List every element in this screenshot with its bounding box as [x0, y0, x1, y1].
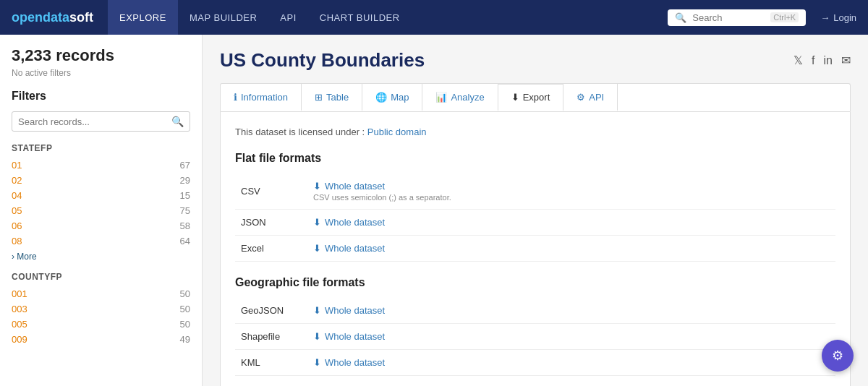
- brand-suffix: soft: [69, 10, 93, 25]
- flat-formats-table: CSV ⬇ Whole dataset CSV uses semicolon (…: [235, 173, 835, 262]
- filter-countyfp-001[interactable]: 001 50: [12, 286, 190, 301]
- download-icon: ⬇: [313, 181, 321, 192]
- linkedin-icon[interactable]: in: [824, 54, 833, 67]
- tab-analyze[interactable]: 📊 Analyze: [422, 84, 498, 111]
- filter-value[interactable]: 05: [12, 205, 22, 216]
- brand-logo: opendatasoft: [12, 10, 93, 25]
- api-icon: ⚙: [576, 92, 585, 103]
- license-text: This dataset is licensed under :: [235, 126, 365, 137]
- geo-formats-title: Geographic file formats: [235, 276, 835, 289]
- filter-countyfp-009[interactable]: 009 49: [12, 332, 190, 347]
- tab-export[interactable]: ⬇ Export: [498, 83, 564, 111]
- filter-value[interactable]: 001: [12, 288, 27, 299]
- tab-information-label: Information: [241, 92, 288, 103]
- nav-map-builder[interactable]: MAP BUILDER: [178, 0, 268, 35]
- filter-value[interactable]: 02: [12, 175, 22, 186]
- facebook-icon[interactable]: f: [812, 54, 814, 67]
- filter-statefp-01[interactable]: 01 67: [12, 158, 190, 173]
- excel-whole-dataset-link[interactable]: ⬇ Whole dataset: [313, 243, 830, 254]
- filter-statefp-05[interactable]: 05 75: [12, 203, 190, 218]
- tab-api[interactable]: ⚙ API: [563, 84, 618, 111]
- fab-icon: ⚙: [832, 348, 843, 364]
- filter-value[interactable]: 04: [12, 190, 22, 201]
- flat-formats-title: Flat file formats: [235, 152, 835, 165]
- filter-statefp-06[interactable]: 06 58: [12, 218, 190, 233]
- record-count: 3,233 records: [12, 46, 190, 65]
- tab-information[interactable]: ℹ Information: [221, 84, 302, 111]
- filters-title: Filters: [12, 90, 190, 103]
- nav-chart-builder[interactable]: CHART BUILDER: [308, 0, 412, 35]
- fab-button[interactable]: ⚙: [822, 340, 854, 372]
- filter-value[interactable]: 003: [12, 304, 27, 314]
- filter-count: 75: [180, 205, 190, 216]
- json-whole-dataset-link[interactable]: ⬇ Whole dataset: [313, 217, 830, 228]
- filter-count: 49: [180, 334, 190, 345]
- geojson-whole-dataset-link[interactable]: ⬇ Whole dataset: [313, 305, 830, 316]
- statefp-more-link[interactable]: › More: [12, 252, 37, 262]
- navbar: opendatasoft EXPLORE MAP BUILDER API CHA…: [0, 0, 868, 35]
- format-kml-row: KML ⬇ Whole dataset: [235, 350, 835, 376]
- shapefile-whole-dataset-link[interactable]: ⬇ Whole dataset: [313, 331, 830, 342]
- nav-explore[interactable]: EXPLORE: [108, 0, 178, 35]
- format-shapefile-name: Shapefile: [235, 324, 307, 350]
- download-icon: ⬇: [313, 243, 321, 254]
- search-records-box[interactable]: 🔍: [12, 111, 190, 132]
- filter-value[interactable]: 08: [12, 236, 22, 246]
- information-icon: ℹ: [234, 92, 237, 103]
- download-icon: ⬇: [313, 357, 321, 368]
- filter-statefp-08[interactable]: 08 64: [12, 233, 190, 249]
- login-label: Login: [833, 12, 856, 23]
- tab-table[interactable]: ⊞ Table: [302, 84, 362, 111]
- download-icon: ⬇: [313, 331, 321, 342]
- geo-formats-table: GeoJSON ⬇ Whole dataset Shapefile ⬇ Whol…: [235, 298, 835, 376]
- email-icon[interactable]: ✉: [841, 53, 851, 67]
- tab-export-label: Export: [523, 92, 550, 103]
- csv-note: CSV uses semicolon (;) as a separator.: [313, 193, 830, 202]
- tab-api-label: API: [589, 92, 604, 103]
- filter-countyfp-003[interactable]: 003 50: [12, 301, 190, 317]
- nav-api[interactable]: API: [268, 0, 307, 35]
- filter-statefp-04[interactable]: 04 15: [12, 188, 190, 203]
- shapefile-link-label: Whole dataset: [325, 331, 385, 342]
- twitter-icon[interactable]: 𝕏: [793, 53, 803, 67]
- format-csv-row: CSV ⬇ Whole dataset CSV uses semicolon (…: [235, 173, 835, 210]
- search-records-input[interactable]: [18, 116, 171, 127]
- csv-whole-dataset-link[interactable]: ⬇ Whole dataset: [313, 181, 830, 192]
- filter-group-statefp: STATEFP: [12, 143, 190, 153]
- analyze-icon: 📊: [435, 92, 447, 103]
- kml-whole-dataset-link[interactable]: ⬇ Whole dataset: [313, 357, 830, 368]
- export-icon: ⬇: [511, 92, 519, 103]
- format-geojson-name: GeoJSON: [235, 298, 307, 324]
- csv-link-label: Whole dataset: [325, 181, 385, 192]
- format-shapefile-download: ⬇ Whole dataset: [307, 324, 835, 350]
- filter-value[interactable]: 009: [12, 334, 27, 345]
- no-active-filters: No active filters: [12, 68, 190, 78]
- search-shortcut: Ctrl+K: [770, 12, 799, 22]
- filter-statefp-02[interactable]: 02 29: [12, 173, 190, 188]
- kml-link-label: Whole dataset: [325, 357, 385, 368]
- excel-link-label: Whole dataset: [325, 243, 385, 254]
- filter-count: 50: [180, 304, 190, 314]
- search-icon: 🔍: [675, 12, 686, 23]
- format-json-download: ⬇ Whole dataset: [307, 210, 835, 236]
- table-icon: ⊞: [315, 92, 323, 103]
- filter-count: 67: [180, 160, 190, 171]
- tab-map-label: Map: [391, 92, 409, 103]
- export-tab-content: This dataset is licensed under : Public …: [220, 111, 851, 386]
- filter-count: 58: [180, 220, 190, 231]
- filter-count: 50: [180, 319, 190, 330]
- brand-prefix: opendata: [12, 10, 69, 25]
- tab-table-label: Table: [326, 92, 349, 103]
- filter-countyfp-005[interactable]: 005 50: [12, 317, 190, 332]
- login-button[interactable]: → Login: [820, 12, 856, 23]
- tab-map[interactable]: 🌐 Map: [362, 84, 422, 111]
- global-search-box[interactable]: 🔍 Ctrl+K: [668, 9, 806, 26]
- filter-value[interactable]: 06: [12, 220, 22, 231]
- license-link[interactable]: Public domain: [367, 126, 427, 137]
- format-csv-download: ⬇ Whole dataset CSV uses semicolon (;) a…: [307, 173, 835, 210]
- filter-value[interactable]: 005: [12, 319, 27, 330]
- filter-value[interactable]: 01: [12, 160, 22, 171]
- main-layout: 3,233 records No active filters Filters …: [0, 35, 868, 386]
- global-search-input[interactable]: [692, 12, 765, 23]
- format-geojson-row: GeoJSON ⬇ Whole dataset: [235, 298, 835, 324]
